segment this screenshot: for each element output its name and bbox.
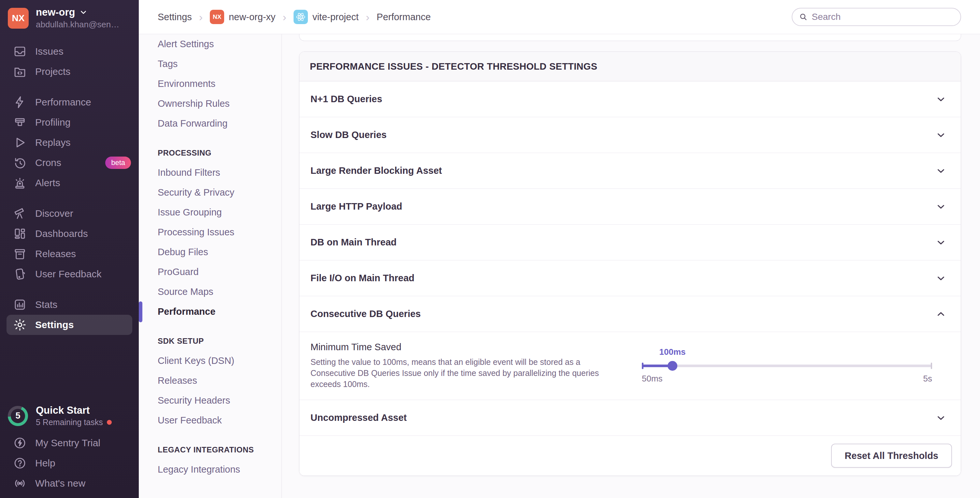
- help-icon: [13, 456, 27, 470]
- replays-icon: [13, 136, 27, 149]
- sidebar-item-releases[interactable]: Releases: [0, 244, 139, 264]
- chevron-down-icon: [935, 94, 947, 105]
- breadcrumb-current-page: Performance: [377, 12, 431, 22]
- settings-nav-user-feedback[interactable]: User Feedback: [139, 411, 282, 430]
- chevron-down-icon: [935, 237, 947, 248]
- row-consecutive-db-queries[interactable]: Consecutive DB Queries: [299, 296, 961, 332]
- panel-title: PERFORMANCE ISSUES - DETECTOR THRESHOLD …: [299, 52, 961, 81]
- settings-nav-performance[interactable]: Performance: [139, 302, 282, 322]
- minimum-time-saved-slider: 100ms 50ms 5s: [642, 332, 932, 400]
- sidebar-item-label: Alerts: [35, 178, 60, 189]
- quick-start-panel[interactable]: 5 Quick Start 5 Remaining tasks: [0, 399, 139, 433]
- sidebar-item-user-feedback[interactable]: User Feedback: [0, 264, 139, 284]
- sidebar-item-label: My Sentry Trial: [35, 438, 100, 449]
- reset-all-thresholds-button[interactable]: Reset All Thresholds: [831, 444, 952, 468]
- field-label: Minimum Time Saved: [310, 342, 617, 352]
- primary-nav: Issues Projects Performance Profiling Re…: [0, 41, 139, 335]
- settings-nav-legacy-integrations[interactable]: Legacy Integrations: [139, 460, 282, 479]
- slider-max-label: 5s: [923, 374, 932, 384]
- settings-nav-source-maps[interactable]: Source Maps: [139, 282, 282, 302]
- sidebar-item-profiling[interactable]: Profiling: [0, 112, 139, 132]
- sidebar-item-performance[interactable]: Performance: [0, 92, 139, 112]
- sidebar-item-label: Settings: [35, 319, 74, 330]
- sidebar-item-stats[interactable]: Stats: [0, 295, 139, 315]
- breadcrumb-project[interactable]: vite-project: [294, 10, 359, 24]
- settings-nav-data-forwarding[interactable]: Data Forwarding: [139, 114, 282, 133]
- settings-nav-section-processing: PROCESSING: [139, 143, 282, 163]
- search-box[interactable]: [792, 8, 961, 26]
- settings-nav-client-keys[interactable]: Client Keys (DSN): [139, 351, 282, 371]
- nav-spacer: [0, 193, 139, 203]
- settings-nav-security-headers[interactable]: Security Headers: [139, 390, 282, 411]
- settings-nav-inbound-filters[interactable]: Inbound Filters: [139, 163, 282, 182]
- performance-icon: [13, 95, 27, 109]
- settings-nav-security-privacy[interactable]: Security & Privacy: [139, 182, 282, 203]
- sidebar-item-issues[interactable]: Issues: [0, 41, 139, 62]
- settings-nav-proguard[interactable]: ProGuard: [139, 262, 282, 282]
- sidebar-item-label: Projects: [35, 66, 70, 77]
- sidebar-item-alerts[interactable]: Alerts: [0, 173, 139, 193]
- org-avatar: NX: [8, 8, 29, 29]
- discover-icon: [13, 207, 27, 220]
- org-switcher[interactable]: NX new-org abdullah.khan@sen…: [0, 0, 139, 34]
- sidebar-item-settings[interactable]: Settings: [6, 315, 132, 335]
- quick-start-progress-ring: 5: [8, 406, 28, 426]
- sidebar-item-replays[interactable]: Replays: [0, 132, 139, 153]
- sidebar-bottom: 5 Quick Start 5 Remaining tasks My Sentr…: [0, 399, 139, 498]
- settings-nav-tags[interactable]: Tags: [139, 54, 282, 74]
- row-large-http-payload[interactable]: Large HTTP Payload: [299, 189, 961, 225]
- trial-lightning-icon: [13, 436, 27, 450]
- row-db-on-main-thread[interactable]: DB on Main Thread: [299, 225, 961, 260]
- sidebar-item-projects[interactable]: Projects: [0, 62, 139, 82]
- settings-nav-environments[interactable]: Environments: [139, 74, 282, 94]
- user-feedback-icon: [13, 267, 27, 281]
- stats-icon: [13, 298, 27, 311]
- issues-icon: [13, 44, 27, 58]
- chevron-up-icon: [935, 309, 947, 320]
- breadcrumb-org[interactable]: NX new-org-xy: [210, 10, 275, 24]
- org-user-email: abdullah.khan@sen…: [36, 19, 119, 30]
- row-file-io-on-main-thread[interactable]: File I/O on Main Thread: [299, 260, 961, 296]
- sidebar-item-discover[interactable]: Discover: [0, 203, 139, 224]
- sidebar-item-label: Dashboards: [35, 228, 88, 239]
- content-area: Alert Settings Tags Environments Ownersh…: [139, 34, 980, 498]
- slider-min-label: 50ms: [642, 374, 663, 384]
- chevron-down-icon: [935, 201, 947, 212]
- row-n-plus-one-db-queries[interactable]: N+1 DB Queries: [299, 81, 961, 117]
- sidebar-item-help[interactable]: Help: [0, 453, 139, 473]
- settings-nav-debug-files[interactable]: Debug Files: [139, 242, 282, 262]
- settings-nav-releases[interactable]: Releases: [139, 371, 282, 390]
- beta-badge: beta: [105, 157, 131, 169]
- projects-icon: [13, 65, 27, 78]
- sidebar-item-label: Profiling: [35, 117, 70, 128]
- chevron-down-icon: [935, 130, 947, 141]
- sidebar-item-dashboards[interactable]: Dashboards: [0, 224, 139, 244]
- sidebar-item-whats-new[interactable]: What's new: [0, 473, 139, 493]
- settings-nav-ownership-rules[interactable]: Ownership Rules: [139, 94, 282, 114]
- main-area: Settings › NX new-org-xy › vite-project …: [139, 0, 980, 498]
- slider-thumb[interactable]: [668, 361, 677, 371]
- settings-nav-issue-grouping[interactable]: Issue Grouping: [139, 203, 282, 222]
- org-name: new-org: [36, 6, 75, 18]
- row-uncompressed-asset[interactable]: Uncompressed Asset: [299, 400, 961, 436]
- sidebar-item-crons[interactable]: Crons beta: [0, 153, 139, 173]
- search-input[interactable]: [812, 12, 954, 22]
- row-large-render-blocking-asset[interactable]: Large Render Blocking Asset: [299, 153, 961, 189]
- breadcrumb-separator: ›: [199, 11, 203, 24]
- settings-nav-section-sdk-setup: SDK SETUP: [139, 331, 282, 351]
- row-slow-db-queries[interactable]: Slow DB Queries: [299, 117, 961, 153]
- sidebar-item-label: User Feedback: [35, 268, 101, 279]
- app-root: NX new-org abdullah.khan@sen… Issues Pro…: [0, 0, 980, 498]
- topbar: Settings › NX new-org-xy › vite-project …: [139, 0, 980, 34]
- releases-icon: [13, 247, 27, 261]
- nav-spacer: [0, 284, 139, 295]
- settings-nav-processing-issues[interactable]: Processing Issues: [139, 222, 282, 242]
- detector-threshold-panel: PERFORMANCE ISSUES - DETECTOR THRESHOLD …: [299, 51, 961, 476]
- settings-nav-alert-settings[interactable]: Alert Settings: [139, 34, 282, 54]
- breadcrumb-settings[interactable]: Settings: [158, 12, 192, 22]
- sidebar-item-my-sentry-trial[interactable]: My Sentry Trial: [0, 433, 139, 453]
- slider-track[interactable]: [642, 365, 932, 367]
- slider-value-label: 100ms: [659, 347, 686, 357]
- chevron-down-icon: [935, 165, 947, 176]
- primary-sidebar: NX new-org abdullah.khan@sen… Issues Pro…: [0, 0, 139, 498]
